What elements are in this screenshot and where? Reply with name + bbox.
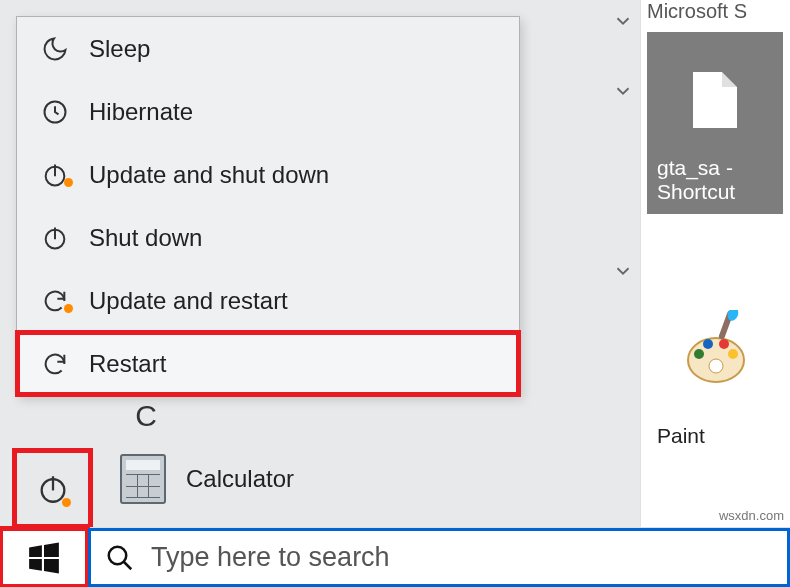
power-menu-hibernate[interactable]: Hibernate xyxy=(17,80,519,143)
taskbar-search[interactable] xyxy=(88,528,790,587)
chevron-down-icon[interactable] xyxy=(606,254,640,288)
update-dot-icon xyxy=(64,304,73,313)
menu-item-label: Shut down xyxy=(75,224,202,252)
power-update-icon xyxy=(36,472,70,506)
paint-icon xyxy=(685,310,747,388)
restart-update-icon xyxy=(35,287,75,315)
svg-marker-16 xyxy=(44,542,59,556)
app-list-item-calculator[interactable]: Calculator xyxy=(120,454,294,504)
power-menu-restart[interactable]: Restart xyxy=(17,332,519,395)
power-menu-update-restart[interactable]: Update and restart xyxy=(17,269,519,332)
svg-point-2 xyxy=(694,349,704,359)
update-dot-icon xyxy=(64,178,73,187)
start-button[interactable] xyxy=(0,528,88,587)
svg-point-4 xyxy=(719,339,729,349)
svg-point-3 xyxy=(703,339,713,349)
restart-icon xyxy=(35,350,75,378)
svg-point-1 xyxy=(709,359,723,373)
clock-icon xyxy=(35,98,75,126)
tile-label: Shortcut xyxy=(657,180,773,204)
start-left-rail xyxy=(14,450,91,527)
power-icon xyxy=(35,224,75,252)
svg-marker-17 xyxy=(29,559,42,571)
menu-item-label: Update and shut down xyxy=(75,161,329,189)
apps-alpha-header[interactable]: C xyxy=(126,396,166,436)
tile-gta-shortcut[interactable]: gta_sa - Shortcut xyxy=(647,32,783,214)
tile-label: gta_sa - xyxy=(657,156,773,180)
power-menu-update-shutdown[interactable]: Update and shut down xyxy=(17,143,519,206)
update-dot-icon xyxy=(62,498,71,507)
tile-paint[interactable]: Paint xyxy=(647,268,783,458)
power-button[interactable] xyxy=(14,450,91,527)
power-menu: Sleep Hibernate Update and shut down Shu… xyxy=(16,16,520,396)
tile-group-label[interactable]: Microsoft S xyxy=(641,0,790,26)
chevron-down-icon[interactable] xyxy=(606,74,640,108)
tile-group-chevrons xyxy=(606,0,640,288)
svg-line-20 xyxy=(124,561,132,569)
svg-point-5 xyxy=(728,349,738,359)
svg-point-19 xyxy=(109,546,127,564)
watermark: wsxdn.com xyxy=(719,508,784,523)
taskbar xyxy=(0,527,790,587)
menu-item-label: Update and restart xyxy=(75,287,288,315)
svg-marker-18 xyxy=(44,559,59,573)
start-tiles-column: Microsoft S gta_sa - Shortcut Paint xyxy=(640,0,790,527)
search-input[interactable] xyxy=(149,541,787,574)
moon-icon xyxy=(35,35,75,63)
power-menu-sleep[interactable]: Sleep xyxy=(17,17,519,80)
svg-marker-15 xyxy=(29,545,42,557)
search-icon xyxy=(105,543,135,573)
tile-label: Paint xyxy=(657,424,773,448)
menu-item-label: Hibernate xyxy=(75,98,193,126)
menu-item-label: Sleep xyxy=(75,35,150,63)
windows-logo-icon xyxy=(27,541,61,575)
power-update-icon xyxy=(35,161,75,189)
calculator-icon xyxy=(120,454,166,504)
chevron-down-icon[interactable] xyxy=(606,4,640,38)
file-icon-fold xyxy=(722,72,737,87)
menu-item-label: Restart xyxy=(75,350,166,378)
power-menu-shutdown[interactable]: Shut down xyxy=(17,206,519,269)
app-label: Calculator xyxy=(186,465,294,493)
